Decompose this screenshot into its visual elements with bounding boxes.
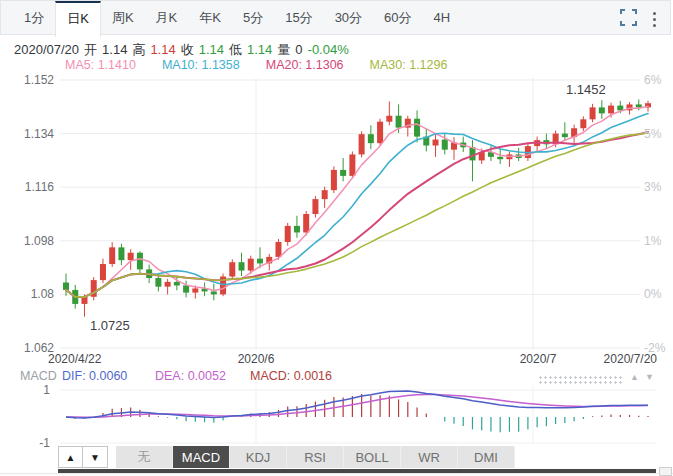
period-tab-60分[interactable]: 60分 (373, 1, 422, 35)
period-tab-1分[interactable]: 1分 (13, 1, 55, 35)
indicator-tab-WR[interactable]: WR (401, 446, 458, 468)
period-tabbar: 1分日K周K月K年K5分15分30分60分4H (0, 0, 671, 35)
quote-volume-label: 量 (277, 42, 290, 57)
price-tick-1.134: 1.134 (2, 127, 54, 141)
macd-axis-top: 1 (4, 383, 50, 397)
quote-change-value: -0.04% (308, 42, 349, 57)
period-tab-30分[interactable]: 30分 (324, 1, 373, 35)
quote-close-value: 1.14 (199, 42, 224, 57)
macd-axis-bottom: -1 (4, 436, 50, 450)
percent-tick-0%: 0% (644, 287, 661, 301)
quote-date: 2020/07/20 (14, 42, 79, 57)
quote-open-value: 1.14 (102, 42, 127, 57)
price-tick-1.152: 1.152 (2, 73, 54, 87)
quote-low-label: 低 (229, 42, 242, 57)
quote-low-value: 1.14 (247, 42, 272, 57)
ma20-legend: MA20: 1.1306 (266, 58, 344, 72)
quote-high-label: 高 (132, 42, 145, 57)
quote-open-label: 开 (84, 42, 97, 57)
period-tab-日K[interactable]: 日K (55, 1, 101, 37)
macd-dea-value[interactable]: DEA: 0.0052 (155, 369, 226, 383)
indicator-bar: ▲ ▼ 无MACDKDJRSIBOLLWRDMI (58, 446, 515, 468)
time-tick-2020/6: 2020/6 (238, 352, 275, 366)
price-tick-1.062: 1.062 (2, 341, 54, 355)
quote-close-label: 收 (181, 42, 194, 57)
percent-tick-1%: 1% (644, 234, 661, 248)
macd-macd-value[interactable]: MACD: 0.0016 (250, 369, 332, 383)
period-tab-4H[interactable]: 4H (423, 1, 462, 35)
percent-tick-6%: 6% (644, 73, 661, 87)
percent-tick-3%: 3% (644, 180, 661, 194)
ma-legend: MA5: 1.1410MA10: 1.1358MA20: 1.1306MA30:… (65, 58, 473, 72)
period-tab-月K[interactable]: 月K (145, 1, 189, 35)
low-price-annotation: 1.0725 (90, 318, 130, 333)
macd-dif-value[interactable]: DIF: 0.0060 (62, 369, 127, 383)
scroll-corner (659, 467, 672, 476)
ma5-legend: MA5: 1.1410 (65, 58, 136, 72)
time-tick-2020/4/22: 2020/4/22 (48, 352, 101, 366)
indicator-tab-KDJ[interactable]: KDJ (230, 446, 287, 468)
more-menu-icon[interactable] (651, 10, 658, 29)
fullscreen-icon[interactable] (620, 9, 637, 30)
time-tick-2020/7: 2020/7 (520, 352, 557, 366)
ma10-legend: MA10: 1.1358 (162, 58, 240, 72)
price-tick-1.098: 1.098 (2, 234, 54, 248)
quote-high-value: 1.14 (150, 42, 175, 57)
indicator-tab-BOLL[interactable]: BOLL (344, 446, 401, 468)
topbar-icons (620, 9, 658, 30)
price-tick-1.116: 1.116 (2, 180, 54, 194)
period-tabs: 1分日K周K月K年K5分15分30分60分4H (13, 1, 461, 35)
indicator-tab-DMI[interactable]: DMI (458, 446, 515, 468)
quote-bar: 2020/07/20开1.14高1.14收1.14低1.14量0-0.04% (14, 41, 359, 59)
macd-title: MACD (20, 369, 57, 383)
price-tick-1.08: 1.08 (2, 287, 54, 301)
period-tab-年K[interactable]: 年K (188, 1, 232, 35)
indicator-down-button[interactable]: ▼ (83, 446, 108, 468)
quote-volume-value: 0 (295, 42, 302, 57)
period-tab-15分[interactable]: 15分 (274, 1, 323, 35)
high-price-annotation: 1.1452 (566, 82, 606, 97)
kline-chart-app: 1分日K周K月K年K5分15分30分60分4H 2020/07/20开1.14高… (0, 0, 673, 476)
pane-resize-handle[interactable] (538, 375, 624, 384)
indicator-tab-无[interactable]: 无 (116, 446, 173, 468)
time-tick-2020/7/20: 2020/7/20 (604, 352, 657, 366)
period-tab-周K[interactable]: 周K (101, 1, 145, 35)
indicator-up-button[interactable]: ▲ (58, 446, 83, 468)
period-tab-5分[interactable]: 5分 (232, 1, 274, 35)
indicator-tab-RSI[interactable]: RSI (287, 446, 344, 468)
indicator-tabs: 无MACDKDJRSIBOLLWRDMI (116, 446, 515, 468)
ma30-legend: MA30: 1.1296 (370, 58, 448, 72)
indicator-tab-MACD[interactable]: MACD (173, 446, 230, 468)
pane-collapse-arrows[interactable]: ▲▼ (630, 372, 660, 382)
percent-tick-5%: 5% (644, 127, 661, 141)
